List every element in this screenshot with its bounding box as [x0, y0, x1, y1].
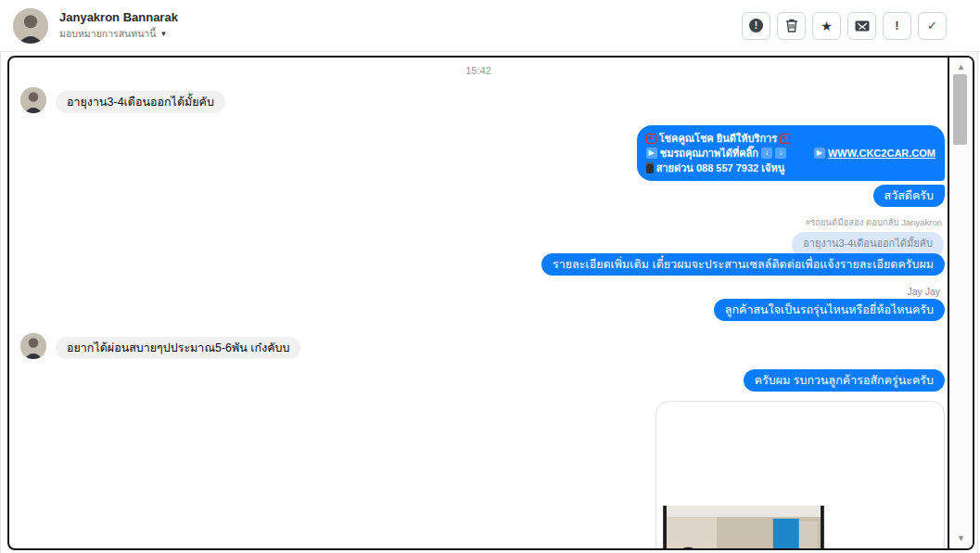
- delete-button[interactable]: [777, 12, 806, 40]
- scrollbar-thumb[interactable]: [953, 74, 967, 145]
- priority-button[interactable]: !: [883, 12, 911, 40]
- outgoing-message-bubble[interactable]: ลูกค้าสนใจเป็นรถรุ่นไหนหรือยี่ห้อไหนครับ: [714, 299, 945, 321]
- timestamp: 15:42: [9, 65, 948, 76]
- outgoing-message-bubble[interactable]: รายละเอียดเพิ่มเติม เดี๋ยวผมจะประสานเซลล…: [541, 253, 945, 276]
- star-button[interactable]: ★: [812, 12, 841, 40]
- red-cross-box-icon: ✕: [780, 134, 790, 144]
- trash-icon: [785, 19, 798, 32]
- chat-panel: 15:42 อายุงาน3-4เดือนออกได้มั้ยคับ ✕ โชค…: [7, 56, 974, 550]
- scrollbar[interactable]: ▲ ▼: [949, 58, 973, 548]
- page-left-divider: [0, 52, 1, 553]
- header-actions: ! ★ ! ✓: [742, 12, 947, 40]
- person-avatar-icon: [20, 333, 46, 359]
- conversation-header: Janyakron Bannarak มอบหมายการสนทนานี้ ▼ …: [0, 0, 980, 52]
- report-button[interactable]: !: [742, 12, 770, 40]
- scroll-down-arrow[interactable]: ▼: [949, 532, 973, 545]
- promo-line2-text: ชมรถคุณภาพได้ที่คลิ๊ก: [660, 146, 758, 161]
- check-icon: ✓: [927, 19, 937, 32]
- alert-circle-icon: !: [749, 19, 763, 32]
- exclamation-icon: !: [895, 19, 898, 32]
- incoming-message-row: อายุงาน3-4เดือนออกได้มั้ยคับ: [20, 87, 948, 113]
- promo-line3-text: สายด่วน 088 557 7932 เจ้หนู: [656, 161, 785, 175]
- message-list: 15:42 อายุงาน3-4เดือนออกได้มั้ยคับ ✕ โชค…: [9, 58, 949, 548]
- mark-done-button[interactable]: ✓: [918, 12, 947, 40]
- phone-icon: [646, 162, 654, 174]
- down-arrow-icon: ↓: [775, 148, 786, 159]
- contact-avatar[interactable]: [13, 8, 48, 44]
- contact-info: Janyakron Bannarak มอบหมายการสนทนานี้ ▼: [59, 10, 742, 42]
- promo-line1-text: โชคคูณโชค ยินดีให้บริการ: [659, 131, 777, 146]
- agent-name-label: Jay Jay: [907, 286, 940, 297]
- sender-avatar[interactable]: [20, 87, 46, 113]
- incoming-message-bubble[interactable]: อยากได้ผ่อนสบายๆปประมาณ5-6พัน เก๋งคับบ: [56, 337, 300, 359]
- incoming-message-bubble[interactable]: อายุงาน3-4เดือนออกได้มั้ยคับ: [56, 91, 225, 113]
- scroll-up-arrow[interactable]: ▲: [949, 60, 973, 73]
- red-cross-box-icon: ✕: [646, 134, 656, 144]
- mail-x-icon: [855, 20, 870, 32]
- down-arrow-icon: ↓: [761, 148, 772, 159]
- attachment-card[interactable]: ทธ 2903: [655, 401, 945, 548]
- person-avatar-icon: [13, 8, 48, 44]
- reply-context-label: #รถยนต์มือสอง ตอบกลับ Janyakron: [806, 215, 942, 229]
- mark-unread-button[interactable]: [847, 12, 876, 40]
- chevron-down-icon[interactable]: ▼: [159, 30, 167, 38]
- assign-conversation-label[interactable]: มอบหมายการสนทนานี้: [59, 26, 156, 42]
- incoming-message-row: อยากได้ผ่อนสบายๆปประมาณ5-6พัน เก๋งคับบ: [20, 333, 948, 359]
- outgoing-message-bubble[interactable]: ครับผม รบกวนลูกค้ารอสักครู่นะครับ: [744, 369, 945, 392]
- promo-message-bubble[interactable]: ✕ โชคคูณโชค ยินดีให้บริการ ✕ ▶ ชมรถคุณภา…: [637, 125, 945, 181]
- play-button-icon: ▶: [814, 148, 825, 159]
- contact-name: Janyakron Bannarak: [59, 10, 742, 24]
- website-link[interactable]: WWW.CKC2CAR.COM: [828, 146, 935, 161]
- page-right-divider: [977, 0, 978, 553]
- car-photo[interactable]: ทธ 2903: [657, 506, 830, 548]
- sender-avatar[interactable]: [20, 333, 46, 359]
- outgoing-message-bubble[interactable]: สวัสดีครับ: [873, 185, 945, 207]
- play-button-icon: ▶: [646, 148, 657, 159]
- person-avatar-icon: [20, 87, 46, 113]
- star-icon: ★: [821, 19, 833, 32]
